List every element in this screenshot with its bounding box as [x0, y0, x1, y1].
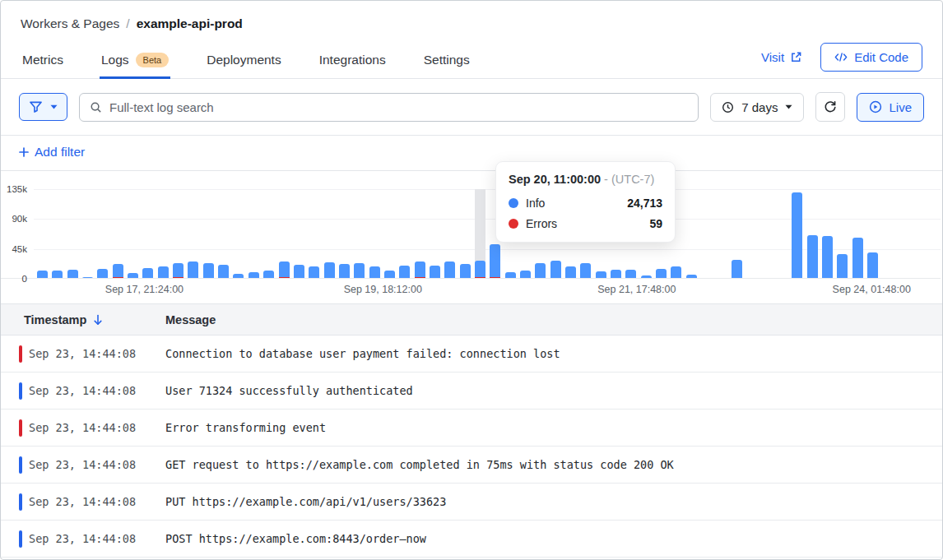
- plus-icon: [19, 147, 29, 157]
- chart-bars: [37, 189, 882, 279]
- chart-y-axis: 135k90k45k0: [1, 189, 34, 279]
- chart-bar[interactable]: [867, 189, 878, 279]
- log-timestamp: Sep 23, 14:44:08: [29, 495, 165, 508]
- chart-bar[interactable]: [807, 189, 818, 279]
- clock-icon: [722, 101, 734, 113]
- chart-bar[interactable]: [777, 189, 787, 279]
- chart-bar[interactable]: [460, 189, 471, 279]
- tab-settings[interactable]: Settings: [422, 44, 472, 78]
- log-row[interactable]: Sep 23, 14:44:08Connection to database u…: [1, 336, 942, 373]
- chart-bar[interactable]: [52, 189, 63, 279]
- log-timestamp: Sep 23, 14:44:08: [29, 458, 165, 471]
- error-indicator: [19, 419, 22, 437]
- log-message: Connection to database user_payment fail…: [165, 347, 942, 360]
- breadcrumb-separator: /: [126, 16, 129, 31]
- breadcrumb-section[interactable]: Workers & Pages: [21, 16, 119, 31]
- tab-metrics[interactable]: Metrics: [21, 44, 65, 78]
- filter-funnel-icon: [29, 100, 43, 113]
- add-filter-row: Add filter: [1, 136, 942, 171]
- chart-bar[interactable]: [218, 189, 229, 279]
- x-axis-tick: Sep 17, 21:24:00: [105, 284, 183, 295]
- chart-bar[interactable]: [279, 189, 290, 279]
- chart-bar[interactable]: [716, 189, 727, 279]
- chart-tooltip: Sep 20, 11:00:00 - (UTC-7) Info 24,713 E…: [495, 161, 676, 243]
- log-message: PUT https://example.com/api/v1/users/336…: [165, 495, 942, 508]
- chart-bar[interactable]: [309, 189, 319, 279]
- info-dot-icon: [509, 198, 518, 208]
- column-header-timestamp[interactable]: Timestamp: [24, 313, 86, 326]
- chart-bar[interactable]: [113, 189, 123, 279]
- play-circle-icon: [869, 100, 882, 113]
- log-timestamp: Sep 23, 14:44:08: [29, 421, 165, 434]
- log-row[interactable]: Sep 23, 14:44:08GET request to https://e…: [1, 447, 942, 484]
- chart-bar[interactable]: [822, 189, 833, 279]
- tab-integrations[interactable]: Integrations: [318, 44, 388, 78]
- x-axis-tick: Sep 19, 18:12:00: [344, 284, 422, 295]
- chart-bar[interactable]: [249, 189, 259, 279]
- chart-bar[interactable]: [686, 189, 697, 279]
- chart-bar[interactable]: [188, 189, 198, 279]
- chart-bar[interactable]: [384, 189, 395, 279]
- log-timestamp: Sep 23, 14:44:08: [29, 532, 165, 545]
- log-table-header: Timestamp Message: [1, 304, 942, 336]
- tab-deployments[interactable]: Deployments: [205, 44, 282, 78]
- code-icon: [834, 52, 848, 62]
- chart-bar-highlighted[interactable]: [475, 189, 485, 279]
- chevron-down-icon: [785, 104, 792, 109]
- chart-bar[interactable]: [294, 189, 304, 279]
- log-row[interactable]: Sep 23, 14:44:08PUT https://example.com/…: [1, 484, 942, 521]
- add-filter-button[interactable]: Add filter: [19, 145, 85, 160]
- filter-menu-button[interactable]: [19, 93, 67, 121]
- log-row[interactable]: Sep 23, 14:44:08User 71324 successfully …: [1, 373, 942, 410]
- chart-bar[interactable]: [369, 189, 380, 279]
- chart-bar[interactable]: [233, 189, 244, 279]
- log-timestamp: Sep 23, 14:44:08: [29, 347, 165, 360]
- visit-link[interactable]: Visit: [761, 50, 802, 64]
- x-axis-tick: Sep 24, 01:48:00: [833, 284, 911, 295]
- refresh-button[interactable]: [815, 92, 845, 122]
- chart-bar[interactable]: [837, 189, 848, 279]
- column-header-message[interactable]: Message: [165, 313, 942, 326]
- chart-bar[interactable]: [732, 189, 742, 279]
- chart-bar[interactable]: [263, 189, 274, 279]
- log-message: GET request to https://example.com compl…: [165, 458, 942, 471]
- chart-bar[interactable]: [339, 189, 350, 279]
- chart-bar[interactable]: [128, 189, 138, 279]
- chart-bar[interactable]: [158, 189, 169, 279]
- search-box: [79, 93, 699, 122]
- chart-bar[interactable]: [173, 189, 183, 279]
- chart-bar[interactable]: [746, 189, 757, 279]
- live-button[interactable]: Live: [857, 93, 924, 122]
- chart-bar[interactable]: [142, 189, 153, 279]
- chart-bar[interactable]: [354, 189, 365, 279]
- search-input[interactable]: [109, 100, 688, 114]
- chart-plot-area[interactable]: [34, 189, 941, 279]
- info-indicator: [19, 530, 22, 548]
- chart-bar[interactable]: [82, 189, 93, 279]
- chart-bar[interactable]: [37, 189, 48, 279]
- chart-bar[interactable]: [203, 189, 214, 279]
- chart-bar[interactable]: [67, 189, 78, 279]
- chevron-down-icon: [50, 104, 58, 109]
- edit-code-button[interactable]: Edit Code: [820, 43, 922, 72]
- chart-bar[interactable]: [324, 189, 335, 279]
- page-title: example-api-prod: [137, 16, 243, 31]
- chart-bar[interactable]: [97, 189, 108, 279]
- log-row[interactable]: Sep 23, 14:44:08Error transforming event: [1, 410, 942, 447]
- refresh-icon: [824, 100, 837, 113]
- log-row[interactable]: Sep 23, 14:44:08POST https://example.com…: [1, 521, 942, 558]
- x-axis-tick: Sep 21, 17:48:00: [597, 284, 676, 295]
- chart-bar[interactable]: [792, 189, 802, 279]
- time-range-dropdown[interactable]: 7 days: [710, 93, 804, 122]
- chart-bar[interactable]: [762, 189, 773, 279]
- chart-bar[interactable]: [430, 189, 440, 279]
- tab-bar: Metrics Logs Beta Deployments Integratio…: [1, 43, 942, 79]
- chart-bar[interactable]: [444, 189, 455, 279]
- sort-descending-icon[interactable]: [93, 314, 103, 326]
- chart-bar[interactable]: [399, 189, 410, 279]
- y-axis-tick: 90k: [0, 214, 27, 224]
- chart-bar[interactable]: [701, 189, 712, 279]
- tab-logs[interactable]: Logs Beta: [100, 44, 170, 78]
- chart-bar[interactable]: [415, 189, 425, 279]
- chart-bar[interactable]: [852, 189, 863, 279]
